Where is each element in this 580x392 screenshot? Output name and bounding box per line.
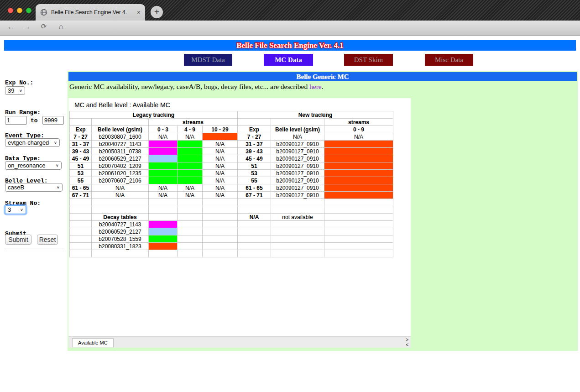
home-icon[interactable]: ⌂ [56, 22, 67, 31]
nav-button-mdst-data[interactable]: MDST Data [184, 54, 232, 66]
table-row: 31 - 37 b20040727_1143 N/A 31 - 37 b2009… [70, 141, 393, 148]
table-row: 45 - 49 b20060529_2127 N/A 45 - 49 b2009… [70, 155, 393, 162]
decay-tables-label: Decay tables [92, 214, 149, 221]
page-title: Belle File Search Engine Ver. 4.1 [236, 41, 344, 50]
data-type-select[interactable]: on_resonance ∨ [5, 161, 62, 170]
forward-icon[interactable]: → [21, 22, 32, 31]
description-line: Generic MC availability, new/legacy, cas… [69, 83, 324, 91]
run-range-label: Run Range: [5, 109, 41, 116]
legend-row: b20070528_1559 [70, 235, 393, 243]
tab-title: Belle File Search Engine Ver 4. [51, 9, 134, 16]
here-link[interactable]: here [309, 83, 322, 90]
reset-button[interactable]: Reset [37, 235, 58, 245]
nav-button-dst-skim[interactable]: DST Skim [344, 54, 393, 66]
streams-header-row: streams streams [70, 119, 393, 126]
browser-window: Belle File Search Engine Ver 4. × + ← → … [0, 0, 580, 392]
group-header-row: Legacy tracking New tracking [70, 111, 393, 119]
sheet-tab-available-mc[interactable]: Available MC [72, 338, 114, 347]
scroll-left-icon[interactable]: < [406, 342, 408, 347]
minimize-window-button[interactable] [17, 8, 22, 13]
chevron-down-icon: ∨ [19, 89, 22, 93]
close-window-button[interactable] [8, 8, 13, 13]
availability-table: Legacy tracking New tracking streams str… [69, 111, 393, 257]
mc-data-panel: Belle Generic MC Generic MC availability… [68, 71, 578, 351]
reload-icon[interactable]: ⟳ [38, 22, 49, 31]
run-to-word: to [31, 117, 38, 124]
legend-header-row: Decay tables N/A not available [70, 214, 393, 221]
legend-row: b20060529_2127 [70, 228, 393, 235]
nav-button-misc-data[interactable]: Misc Data [425, 54, 473, 66]
globe-favicon-icon [40, 9, 47, 16]
new-tab-button[interactable]: + [151, 6, 163, 18]
nav-button-mc-data[interactable]: MC Data [264, 54, 313, 66]
exp-no-label: Exp No.: [5, 79, 33, 86]
exp-no-select[interactable]: 39 ∨ [5, 86, 25, 95]
browser-tab-bar: Belle File Search Engine Ver 4. × + [0, 0, 580, 21]
color-swatch [149, 228, 178, 235]
sidebar-divider [5, 249, 64, 249]
chevron-down-icon: ∨ [57, 185, 60, 189]
page-title-banner: Belle File Search Engine Ver. 4.1 [4, 40, 576, 51]
legend-row: b20080331_1823 [70, 243, 393, 250]
new-tracking-header: New tracking [238, 111, 393, 119]
browser-tab[interactable]: Belle File Search Engine Ver 4. × [36, 4, 145, 21]
table-row: 53 b20061020_1235 N/A 53 b20090127_0910 [70, 170, 393, 177]
table-row: 7 - 27 b20030807_1600 N/A N/A 7 - 27 N/A… [70, 133, 393, 141]
run-from-input[interactable] [5, 116, 27, 125]
column-header-row: Exp Belle level (gsim) 0 - 3 4 - 9 10 - … [70, 126, 393, 133]
color-swatch [149, 235, 178, 243]
table-row: 61 - 65 N/A N/A N/A N/A 61 - 65 b2009012… [70, 184, 393, 192]
legacy-tracking-header: Legacy tracking [70, 111, 238, 119]
page-content: Belle File Search Engine Ver. 4.1 MDST D… [0, 36, 580, 392]
tab-close-icon[interactable]: × [137, 9, 141, 16]
new-streams-label: streams [324, 119, 393, 126]
chevron-down-icon: ∨ [56, 163, 59, 167]
empty-row [70, 199, 393, 206]
legacy-streams-label: streams [149, 119, 238, 126]
color-swatch [149, 243, 178, 250]
na-legend-label: N/A [238, 214, 271, 221]
back-icon[interactable]: ← [5, 22, 16, 31]
sheet-title: MC and Belle level : Available MC [74, 101, 170, 109]
stream-no-select[interactable]: 3 ∨ [5, 205, 26, 214]
color-swatch [149, 221, 178, 228]
belle-generic-mc-header: Belle Generic MC [68, 72, 577, 81]
sheet-scroll-arrows: > < [406, 337, 408, 347]
legend-row: b20040727_1143 [70, 221, 393, 228]
na-legend-desc: not available [271, 214, 324, 221]
chevron-down-icon: ∨ [20, 208, 23, 212]
table-row: 55 b20070607_2106 N/A 55 b20090127_0910 [70, 177, 393, 184]
chevron-down-icon: ∨ [54, 141, 57, 145]
event-type-select[interactable]: evtgen-charged ∨ [5, 138, 60, 147]
empty-row [70, 206, 393, 214]
scroll-right-icon[interactable]: > [406, 337, 408, 342]
belle-level-select[interactable]: caseB ∨ [5, 183, 63, 192]
embedded-spreadsheet: MC and Belle level : Available MC Legacy… [68, 98, 411, 348]
table-row: 67 - 71 N/A N/A N/A N/A 67 - 71 b2009012… [70, 192, 393, 199]
run-to-input[interactable] [42, 116, 64, 125]
window-controls [8, 8, 31, 13]
sheet-tab-bar: Available MC > < [68, 336, 411, 348]
browser-address-bar: ← → ⟳ ⌂ ⚠ Not Secure | bweb3.cc.kek.jp /… [0, 21, 580, 36]
table-row: 51 b20070402_1209 N/A 51 b20090127_0910 [70, 162, 393, 170]
empty-row [70, 250, 393, 257]
table-row: 39 - 43 b20050311_0738 N/A 39 - 43 b2009… [70, 148, 393, 155]
fullscreen-window-button[interactable] [26, 8, 31, 13]
submit-button[interactable]: Submit [5, 235, 31, 245]
